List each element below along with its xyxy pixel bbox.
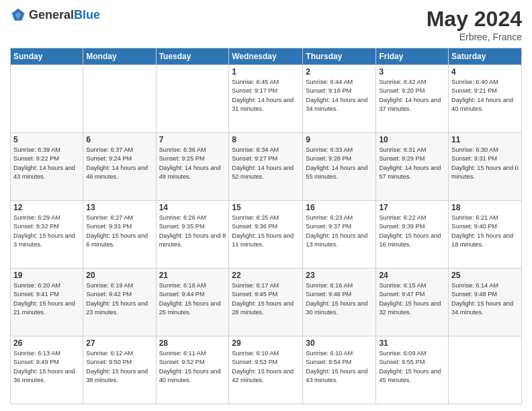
- day-info: Sunrise: 6:19 AMSunset: 9:42 PMDaylight:…: [86, 281, 152, 317]
- day-info: Sunrise: 6:45 AMSunset: 9:17 PMDaylight:…: [232, 78, 300, 113]
- day-number: 20: [86, 271, 152, 280]
- day-number: 29: [232, 338, 300, 348]
- day-info: Sunrise: 6:10 AMSunset: 9:53 PMDaylight:…: [232, 349, 300, 385]
- day-number: 13: [86, 203, 152, 212]
- day-header-monday: Monday: [83, 48, 156, 65]
- day-info: Sunrise: 6:33 AMSunset: 9:28 PMDaylight:…: [306, 146, 373, 181]
- calendar-cell: 13Sunrise: 6:27 AMSunset: 9:33 PMDayligh…: [83, 201, 156, 269]
- day-info: Sunrise: 6:15 AMSunset: 9:47 PMDaylight:…: [379, 281, 445, 317]
- day-number: 12: [13, 203, 80, 212]
- calendar-cell: 19Sunrise: 6:20 AMSunset: 9:41 PMDayligh…: [11, 269, 83, 336]
- day-header-tuesday: Tuesday: [156, 48, 229, 65]
- header: GeneralBlue May 2024 Erbree, France: [10, 7, 522, 42]
- calendar-cell: 7Sunrise: 6:36 AMSunset: 9:25 PMDaylight…: [156, 133, 229, 201]
- day-number: 15: [232, 203, 300, 212]
- day-number: 26: [13, 338, 80, 348]
- calendar-cell: 22Sunrise: 6:17 AMSunset: 9:45 PMDayligh…: [229, 269, 303, 336]
- calendar-cell: 24Sunrise: 6:15 AMSunset: 9:47 PMDayligh…: [376, 269, 449, 336]
- day-info: Sunrise: 6:09 AMSunset: 9:55 PMDaylight:…: [379, 349, 445, 385]
- day-info: Sunrise: 6:39 AMSunset: 9:22 PMDaylight:…: [13, 146, 80, 181]
- calendar-cell: 10Sunrise: 6:31 AMSunset: 9:29 PMDayligh…: [376, 133, 449, 201]
- day-info: Sunrise: 6:31 AMSunset: 9:29 PMDaylight:…: [379, 146, 445, 181]
- month-year: May 2024: [427, 7, 522, 32]
- day-number: 19: [13, 271, 80, 280]
- day-info: Sunrise: 6:13 AMSunset: 9:49 PMDaylight:…: [13, 349, 80, 385]
- day-number: 23: [306, 271, 373, 280]
- day-header-thursday: Thursday: [303, 48, 376, 65]
- calendar-cell: 21Sunrise: 6:18 AMSunset: 9:44 PMDayligh…: [156, 269, 229, 336]
- day-number: 3: [379, 67, 445, 77]
- day-number: 5: [13, 135, 80, 144]
- day-info: Sunrise: 6:10 AMSunset: 9:54 PMDaylight:…: [306, 349, 373, 385]
- calendar-cell: 17Sunrise: 6:22 AMSunset: 9:39 PMDayligh…: [376, 201, 449, 269]
- day-info: Sunrise: 6:34 AMSunset: 9:27 PMDaylight:…: [232, 146, 300, 181]
- day-number: 16: [306, 203, 373, 212]
- calendar-cell: 1Sunrise: 6:45 AMSunset: 9:17 PMDaylight…: [229, 65, 303, 133]
- day-number: 25: [451, 271, 519, 280]
- day-info: Sunrise: 6:40 AMSunset: 9:21 PMDaylight:…: [451, 78, 519, 113]
- logo-icon: [10, 7, 26, 23]
- day-info: Sunrise: 6:25 AMSunset: 9:36 PMDaylight:…: [232, 214, 300, 249]
- day-number: 6: [86, 135, 152, 144]
- day-number: 17: [379, 203, 445, 212]
- day-number: 9: [306, 135, 373, 144]
- day-info: Sunrise: 6:26 AMSunset: 9:35 PMDaylight:…: [159, 214, 226, 249]
- calendar-table: SundayMondayTuesdayWednesdayThursdayFrid…: [10, 48, 522, 404]
- day-info: Sunrise: 6:44 AMSunset: 9:18 PMDaylight:…: [306, 78, 373, 113]
- day-info: Sunrise: 6:16 AMSunset: 9:46 PMDaylight:…: [306, 281, 373, 317]
- day-number: 22: [232, 271, 300, 280]
- calendar-cell: 28Sunrise: 6:11 AMSunset: 9:52 PMDayligh…: [156, 336, 229, 404]
- day-info: Sunrise: 6:23 AMSunset: 9:37 PMDaylight:…: [306, 214, 373, 249]
- title-block: May 2024 Erbree, France: [427, 7, 522, 42]
- day-info: Sunrise: 6:27 AMSunset: 9:33 PMDaylight:…: [86, 214, 152, 249]
- day-header-wednesday: Wednesday: [229, 48, 303, 65]
- day-number: 14: [159, 203, 226, 212]
- day-header-sunday: Sunday: [11, 48, 83, 65]
- day-info: Sunrise: 6:37 AMSunset: 9:24 PMDaylight:…: [86, 146, 152, 181]
- week-row-1: 1Sunrise: 6:45 AMSunset: 9:17 PMDaylight…: [11, 65, 522, 133]
- day-info: Sunrise: 6:11 AMSunset: 9:52 PMDaylight:…: [159, 349, 226, 385]
- calendar-cell: 26Sunrise: 6:13 AMSunset: 9:49 PMDayligh…: [11, 336, 83, 404]
- day-number: 31: [379, 338, 445, 348]
- week-row-3: 12Sunrise: 6:29 AMSunset: 9:32 PMDayligh…: [11, 201, 522, 269]
- day-info: Sunrise: 6:36 AMSunset: 9:25 PMDaylight:…: [159, 146, 226, 181]
- calendar-cell: 18Sunrise: 6:21 AMSunset: 9:40 PMDayligh…: [449, 201, 522, 269]
- calendar-cell: 27Sunrise: 6:12 AMSunset: 9:50 PMDayligh…: [83, 336, 156, 404]
- calendar-cell: 2Sunrise: 6:44 AMSunset: 9:18 PMDaylight…: [303, 65, 376, 133]
- day-info: Sunrise: 6:17 AMSunset: 9:45 PMDaylight:…: [232, 281, 300, 317]
- calendar-cell: [449, 336, 522, 404]
- day-number: 1: [232, 67, 300, 77]
- calendar-cell: 14Sunrise: 6:26 AMSunset: 9:35 PMDayligh…: [156, 201, 229, 269]
- calendar-cell: 23Sunrise: 6:16 AMSunset: 9:46 PMDayligh…: [303, 269, 376, 336]
- calendar-cell: 9Sunrise: 6:33 AMSunset: 9:28 PMDaylight…: [303, 133, 376, 201]
- calendar-cell: 15Sunrise: 6:25 AMSunset: 9:36 PMDayligh…: [229, 201, 303, 269]
- logo: GeneralBlue: [10, 7, 100, 23]
- calendar-cell: [11, 65, 83, 133]
- day-number: 2: [306, 67, 373, 77]
- calendar-cell: 12Sunrise: 6:29 AMSunset: 9:32 PMDayligh…: [11, 201, 83, 269]
- location: Erbree, France: [427, 32, 522, 42]
- week-row-5: 26Sunrise: 6:13 AMSunset: 9:49 PMDayligh…: [11, 336, 522, 404]
- day-info: Sunrise: 6:42 AMSunset: 9:20 PMDaylight:…: [379, 78, 445, 113]
- week-row-4: 19Sunrise: 6:20 AMSunset: 9:41 PMDayligh…: [11, 269, 522, 336]
- day-info: Sunrise: 6:22 AMSunset: 9:39 PMDaylight:…: [379, 214, 445, 249]
- calendar-cell: 3Sunrise: 6:42 AMSunset: 9:20 PMDaylight…: [376, 65, 449, 133]
- day-info: Sunrise: 6:20 AMSunset: 9:41 PMDaylight:…: [13, 281, 80, 317]
- page: GeneralBlue May 2024 Erbree, France Sund…: [0, 0, 532, 411]
- day-info: Sunrise: 6:29 AMSunset: 9:32 PMDaylight:…: [13, 214, 80, 249]
- calendar-cell: [156, 65, 229, 133]
- day-info: Sunrise: 6:18 AMSunset: 9:44 PMDaylight:…: [159, 281, 226, 317]
- calendar-cell: 20Sunrise: 6:19 AMSunset: 9:42 PMDayligh…: [83, 269, 156, 336]
- week-row-2: 5Sunrise: 6:39 AMSunset: 9:22 PMDaylight…: [11, 133, 522, 201]
- day-header-friday: Friday: [376, 48, 449, 65]
- calendar-cell: 31Sunrise: 6:09 AMSunset: 9:55 PMDayligh…: [376, 336, 449, 404]
- calendar-cell: [83, 65, 156, 133]
- day-number: 18: [451, 203, 519, 212]
- day-number: 7: [159, 135, 226, 144]
- day-info: Sunrise: 6:12 AMSunset: 9:50 PMDaylight:…: [86, 349, 152, 385]
- day-number: 11: [451, 135, 519, 144]
- calendar-cell: 16Sunrise: 6:23 AMSunset: 9:37 PMDayligh…: [303, 201, 376, 269]
- day-number: 10: [379, 135, 445, 144]
- calendar-cell: 8Sunrise: 6:34 AMSunset: 9:27 PMDaylight…: [229, 133, 303, 201]
- logo-general: General: [29, 8, 74, 21]
